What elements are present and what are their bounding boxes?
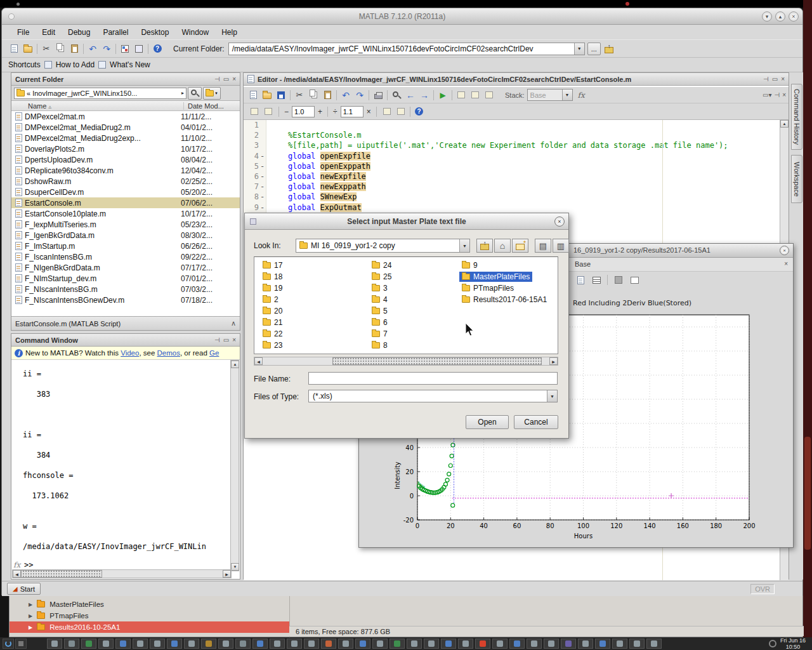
file-row[interactable]: DMPexcel2mat_MediaDrug2.m04/01/2...: [11, 122, 240, 133]
scroll-right-icon[interactable]: ▶: [549, 357, 558, 365]
folder-item[interactable]: 9: [459, 260, 480, 270]
taskbar-window-button[interactable]: [509, 639, 525, 649]
cell-divider-button[interactable]: [454, 89, 468, 102]
code-line[interactable]: 4-global openExpfile: [244, 151, 781, 161]
tab-command-history[interactable]: Command History: [791, 84, 802, 150]
taskbar-window-button[interactable]: [544, 639, 559, 649]
file-list[interactable]: DMPexcel2mat.m11/11/2...DMPexcel2mat_Med…: [11, 111, 240, 317]
undock-icon[interactable]: ⊣: [763, 76, 769, 83]
file-row[interactable]: F_NIscanIntensBG.m07/03/2...: [11, 284, 240, 295]
collapse-details-icon[interactable]: ∧: [231, 319, 236, 328]
taskbar-window-button[interactable]: [441, 639, 456, 649]
code-line[interactable]: 3%[file,path] = uiputfile('.mat','Create…: [244, 140, 781, 150]
expander-icon[interactable]: ▶: [29, 625, 32, 630]
menu-debug[interactable]: Debug: [62, 26, 96, 39]
dialog-title-bar[interactable]: Select input Master Plate text file: [245, 213, 568, 230]
taskbar-window-button[interactable]: [252, 639, 268, 649]
file-row[interactable]: DoverlayPlots2.m10/17/2...: [11, 143, 240, 154]
taskbar-window-button[interactable]: [424, 639, 439, 649]
taskbar-window-button[interactable]: [133, 639, 148, 649]
table-button[interactable]: [589, 274, 603, 286]
simulink-button[interactable]: [118, 43, 132, 55]
taskbar-window-button[interactable]: [492, 639, 508, 649]
folder-item[interactable]: MasterPlateFiles: [459, 272, 532, 282]
chevron-down-icon[interactable]: ▼: [547, 390, 557, 402]
close-icon[interactable]: ×: [782, 91, 786, 98]
scrollbar-thumb[interactable]: [332, 357, 542, 365]
details-view-button[interactable]: [553, 239, 569, 253]
file-row[interactable]: DReplicate96to384conv.m12/04/2...: [11, 165, 240, 176]
print-button[interactable]: [371, 89, 385, 102]
copy-button[interactable]: [306, 89, 320, 102]
forward-button[interactable]: [417, 89, 431, 102]
scroll-up-icon[interactable]: ▲: [231, 361, 239, 368]
code-line[interactable]: 8-global SWnewExp: [244, 192, 781, 202]
taskbar-window-button[interactable]: [47, 639, 62, 649]
maximize-icon[interactable]: ▭: [223, 76, 229, 83]
taskbar-window-button[interactable]: [578, 639, 593, 649]
file-row[interactable]: EstartConsole.m07/06/2...: [11, 197, 240, 208]
updates-icon[interactable]: [3, 639, 14, 649]
menu-desktop[interactable]: Desktop: [134, 26, 175, 39]
taskbar-window-button[interactable]: [561, 639, 576, 649]
taskbar-window-button[interactable]: [338, 639, 353, 649]
new-file-button[interactable]: [246, 89, 260, 102]
taskbar-window-button[interactable]: [184, 639, 199, 649]
home-button[interactable]: [494, 239, 511, 253]
chevron-down-icon[interactable]: ▼: [459, 239, 469, 252]
taskbar-window-button[interactable]: [321, 639, 336, 649]
taskbar-window-button[interactable]: [595, 639, 610, 649]
open-file-button[interactable]: [21, 43, 35, 55]
scroll-left-icon[interactable]: ◀: [13, 570, 21, 578]
folder-item[interactable]: 20: [260, 306, 285, 316]
getting-started-link[interactable]: Ge: [209, 349, 219, 357]
code-line[interactable]: 9-global ExpOutmat: [244, 202, 781, 213]
cell-mode-1-button[interactable]: [247, 105, 261, 118]
code-line[interactable]: 2%EstartConsole.m: [244, 130, 781, 140]
minimize-button[interactable]: ▾: [762, 11, 772, 22]
code-line[interactable]: 7-global newExppath: [244, 182, 781, 192]
cell-pct-1-button[interactable]: [380, 105, 394, 118]
folder-item[interactable]: PTmapFiles: [459, 283, 516, 293]
taskbar-window-button[interactable]: [372, 639, 388, 649]
undock-icon[interactable]: ⊣: [214, 336, 220, 343]
taskbar-window-button[interactable]: [458, 639, 473, 649]
file-row[interactable]: F_lexpMultiTseries.m05/23/2...: [11, 219, 240, 230]
shortcut-whats-new[interactable]: What's New: [110, 60, 150, 69]
taskbar-window-button[interactable]: [115, 639, 131, 649]
folder-item[interactable]: 24: [369, 260, 394, 270]
folder-item[interactable]: 22: [260, 329, 285, 339]
chevron-down-icon[interactable]: ▼: [574, 43, 584, 55]
shortcut-how-to-add[interactable]: How to Add: [56, 60, 95, 69]
guide-button[interactable]: [132, 43, 146, 55]
browse-folder-button[interactable]: ...: [587, 43, 601, 55]
taskbar-window-button[interactable]: [235, 639, 251, 649]
menu-help[interactable]: Help: [215, 26, 244, 39]
maximize-icon[interactable]: ▭: [223, 336, 229, 343]
new-file-button[interactable]: [7, 43, 21, 55]
new-folder-button[interactable]: [512, 239, 528, 253]
cell-decrement-field[interactable]: [292, 106, 315, 117]
file-row[interactable]: DsuperCellDev.m05/20/2...: [11, 187, 240, 197]
menu-parallel[interactable]: Parallel: [96, 26, 134, 39]
horizontal-scrollbar[interactable]: ◀ ▶: [254, 357, 558, 366]
start-button[interactable]: ◢ Start: [7, 583, 41, 595]
decrement-button[interactable]: −: [282, 107, 291, 116]
taskbar-window-button[interactable]: [527, 639, 542, 649]
multiply-button[interactable]: ×: [365, 107, 373, 116]
taskbar-window-button[interactable]: [355, 639, 370, 649]
file-row[interactable]: F_NIscanIntensBGnewDev.m07/18/2...: [11, 295, 240, 305]
file-row[interactable]: F_IgenBkGrdData.m08/30/2...: [11, 230, 240, 241]
scroll-down-icon[interactable]: ▼: [231, 563, 239, 571]
folder-item[interactable]: 23: [260, 340, 285, 350]
scroll-up-icon[interactable]: ▲: [780, 120, 789, 128]
undock-icon[interactable]: ⊣: [214, 76, 220, 83]
up-one-level-button[interactable]: [602, 43, 616, 55]
column-header-name[interactable]: Name ▵: [28, 102, 184, 110]
cell-pct-2-button[interactable]: [394, 105, 408, 118]
cell-insert-button[interactable]: [468, 89, 482, 102]
split-view-icon[interactable]: ▭▾: [763, 91, 771, 98]
search-button[interactable]: [188, 87, 202, 100]
info-button[interactable]: [412, 105, 426, 118]
taskbar-window-button[interactable]: [612, 639, 627, 649]
